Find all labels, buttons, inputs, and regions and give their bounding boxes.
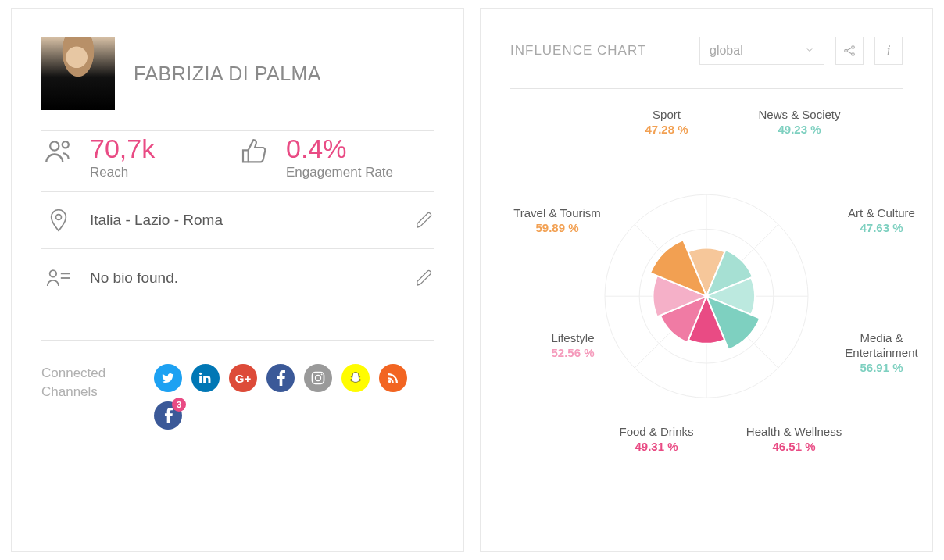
profile-card-icon bbox=[41, 265, 76, 291]
twitter-icon[interactable] bbox=[154, 364, 182, 392]
chart-label-sport: Sport 47.28 % bbox=[616, 108, 717, 137]
scope-select[interactable]: global bbox=[699, 37, 824, 65]
chart-label-news: News & Society 49.23 % bbox=[749, 108, 850, 137]
chart-label-art: Art & Culture 47.63 % bbox=[831, 206, 932, 236]
google-plus-icon[interactable]: G+ bbox=[229, 364, 257, 392]
rss-icon[interactable] bbox=[379, 364, 407, 392]
svg-point-2 bbox=[56, 215, 62, 220]
influence-chart-card: INFLUENCE CHART global i bbox=[480, 8, 933, 552]
info-button[interactable]: i bbox=[874, 37, 903, 65]
svg-rect-6 bbox=[313, 373, 324, 384]
svg-point-7 bbox=[316, 376, 321, 381]
engagement-value: 0.4% bbox=[286, 134, 393, 163]
svg-line-13 bbox=[847, 48, 852, 50]
chart-title: INFLUENCE CHART bbox=[510, 43, 688, 59]
facebook-icon[interactable] bbox=[266, 364, 295, 392]
svg-point-12 bbox=[852, 53, 855, 56]
engagement-stat: 0.4% Engagement Rate bbox=[238, 134, 434, 180]
svg-point-1 bbox=[63, 141, 69, 148]
svg-point-3 bbox=[50, 270, 56, 277]
linkedin-icon[interactable] bbox=[191, 364, 220, 392]
reach-stat: 70,7k Reach bbox=[41, 134, 238, 180]
channels-icons: G+ 3 bbox=[154, 364, 434, 430]
location-text: Italia - Lazio - Roma bbox=[90, 212, 401, 229]
instagram-icon[interactable] bbox=[304, 364, 332, 392]
people-icon bbox=[41, 134, 76, 169]
edit-bio-button[interactable] bbox=[415, 269, 434, 287]
chart-header: INFLUENCE CHART global i bbox=[510, 37, 903, 65]
channels-label: Connected Channels bbox=[41, 364, 127, 430]
thumbs-up-icon bbox=[238, 134, 272, 169]
svg-point-11 bbox=[852, 46, 855, 49]
facebook-circle-icon[interactable]: 3 bbox=[154, 401, 182, 430]
svg-point-9 bbox=[388, 380, 391, 383]
reach-label: Reach bbox=[90, 165, 155, 180]
bio-row: No bio found. bbox=[41, 249, 434, 307]
svg-point-10 bbox=[845, 49, 848, 52]
location-pin-icon bbox=[41, 208, 76, 233]
chevron-down-icon bbox=[805, 44, 814, 58]
scope-selected: global bbox=[710, 44, 743, 58]
snapchat-icon[interactable] bbox=[341, 364, 370, 392]
avatar bbox=[41, 37, 115, 110]
polar-chart: Sport 47.28 % News & Society 49.23 % Art… bbox=[510, 89, 903, 495]
chart-label-lifestyle: Lifestyle 52.56 % bbox=[522, 331, 624, 361]
edit-location-button[interactable] bbox=[415, 211, 434, 230]
bio-text: No bio found. bbox=[90, 269, 401, 287]
profile-name: FABRIZIA DI PALMA bbox=[134, 62, 321, 85]
chart-label-media: Media & Entertainment 56.91 % bbox=[831, 331, 932, 375]
reach-value: 70,7k bbox=[90, 134, 155, 163]
svg-point-0 bbox=[50, 141, 59, 150]
profile-card: FABRIZIA DI PALMA 70,7k Reach bbox=[11, 8, 464, 552]
svg-point-8 bbox=[321, 374, 323, 376]
polar-svg-wrap bbox=[605, 194, 808, 398]
location-row: Italia - Lazio - Roma bbox=[41, 192, 434, 248]
chart-label-travel: Travel & Tourism 59.89 % bbox=[506, 206, 608, 236]
svg-line-14 bbox=[847, 52, 852, 54]
stats-row: 70,7k Reach 0.4% Engagement Rate bbox=[41, 131, 434, 191]
notification-badge: 3 bbox=[172, 398, 186, 412]
chart-label-food: Food & Drinks 49.31 % bbox=[606, 425, 707, 455]
engagement-label: Engagement Rate bbox=[286, 165, 393, 180]
share-button[interactable] bbox=[835, 37, 864, 65]
connected-channels: Connected Channels G+ bbox=[41, 341, 434, 430]
profile-header: FABRIZIA DI PALMA bbox=[41, 37, 434, 110]
chart-label-health: Health & Wellness 46.51 % bbox=[743, 425, 845, 455]
